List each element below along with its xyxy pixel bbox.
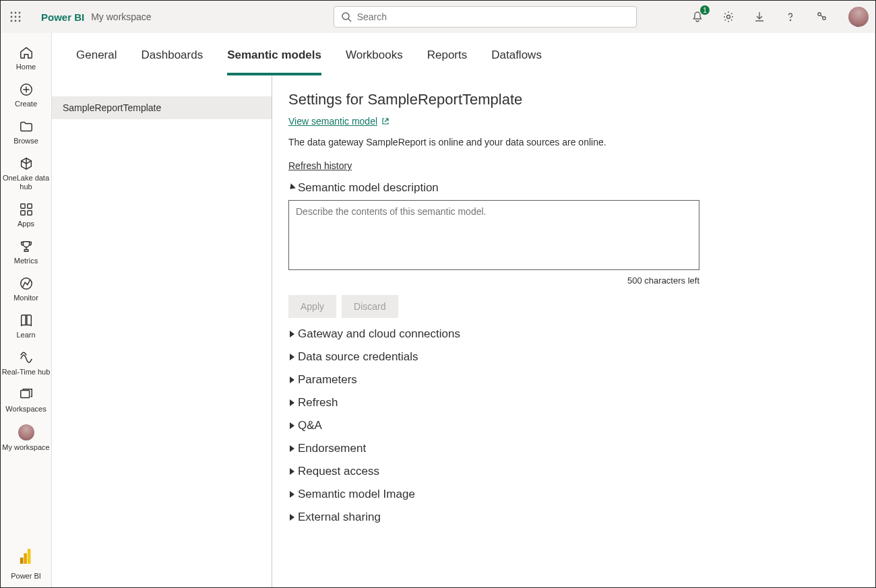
svg-rect-18 bbox=[20, 211, 24, 215]
tab-dataflows[interactable]: Dataflows bbox=[491, 48, 542, 75]
rail-workspaces[interactable]: Workspaces bbox=[1, 383, 51, 420]
apply-button[interactable]: Apply bbox=[288, 295, 336, 318]
svg-point-7 bbox=[15, 20, 17, 22]
settings-tabs: General Dashboards Semantic models Workb… bbox=[52, 33, 875, 76]
search-icon bbox=[341, 11, 352, 22]
user-avatar[interactable] bbox=[848, 7, 869, 27]
brand-label[interactable]: Power BI bbox=[41, 11, 84, 23]
powerbi-icon bbox=[19, 548, 34, 565]
svg-point-6 bbox=[11, 20, 13, 22]
rail-create[interactable]: Create bbox=[1, 78, 51, 115]
svg-point-1 bbox=[15, 12, 17, 14]
tab-dashboards[interactable]: Dashboards bbox=[141, 48, 203, 75]
monitor-icon bbox=[19, 276, 34, 291]
svg-point-0 bbox=[11, 12, 13, 14]
help-icon[interactable] bbox=[782, 9, 799, 25]
svg-point-11 bbox=[727, 15, 730, 19]
settings-panel: Settings for SampleReportTemplate View s… bbox=[272, 76, 875, 587]
section-external-sharing[interactable]: External sharing bbox=[288, 511, 855, 524]
rail-powerbi[interactable]: Power BI bbox=[1, 544, 51, 587]
chevron-right-icon bbox=[290, 354, 294, 360]
svg-rect-22 bbox=[27, 549, 30, 564]
trophy-icon bbox=[19, 239, 34, 254]
home-icon bbox=[19, 45, 34, 60]
tab-general[interactable]: General bbox=[76, 48, 117, 75]
rail-apps[interactable]: Apps bbox=[1, 198, 51, 235]
onelake-icon bbox=[19, 156, 34, 171]
section-image[interactable]: Semantic model Image bbox=[288, 488, 855, 501]
apps-icon bbox=[19, 202, 34, 217]
realtime-icon bbox=[19, 350, 34, 365]
svg-point-13 bbox=[818, 13, 821, 15]
section-endorsement[interactable]: Endorsement bbox=[288, 442, 855, 455]
section-qna[interactable]: Q&A bbox=[288, 419, 855, 432]
svg-point-2 bbox=[19, 12, 21, 14]
rail-onelake[interactable]: OneLake data hub bbox=[1, 152, 51, 198]
refresh-history-link[interactable]: Refresh history bbox=[288, 160, 352, 171]
list-item[interactable]: SampleReportTemplate bbox=[52, 96, 272, 119]
svg-point-5 bbox=[19, 16, 21, 18]
section-request-access[interactable]: Request access bbox=[288, 465, 855, 478]
rail-realtime[interactable]: Real-Time hub bbox=[1, 346, 51, 383]
svg-rect-23 bbox=[24, 553, 27, 564]
workspaces-icon bbox=[19, 387, 34, 402]
section-gateway[interactable]: Gateway and cloud connections bbox=[288, 327, 855, 341]
section-credentials[interactable]: Data source credentials bbox=[288, 350, 855, 364]
settings-icon[interactable] bbox=[720, 9, 737, 25]
tab-reports[interactable]: Reports bbox=[427, 48, 468, 75]
svg-rect-17 bbox=[27, 204, 31, 208]
nav-rail: Home Create Browse OneLake data hub Apps… bbox=[1, 33, 52, 587]
gateway-status: The data gateway SampleReport is online … bbox=[288, 137, 855, 148]
view-semantic-model-link[interactable]: View semantic model bbox=[288, 116, 389, 127]
app-launcher-icon[interactable] bbox=[7, 9, 24, 25]
svg-point-12 bbox=[790, 20, 790, 20]
svg-point-3 bbox=[11, 16, 13, 18]
notification-badge: 1 bbox=[700, 5, 710, 15]
chevron-right-icon bbox=[290, 377, 294, 383]
search-box[interactable] bbox=[334, 6, 637, 28]
svg-rect-21 bbox=[20, 391, 29, 398]
svg-rect-24 bbox=[20, 558, 23, 564]
discard-button[interactable]: Discard bbox=[342, 295, 398, 318]
search-input[interactable] bbox=[357, 11, 629, 22]
svg-point-14 bbox=[823, 17, 825, 20]
chevron-open-icon bbox=[287, 183, 295, 191]
svg-rect-16 bbox=[20, 204, 24, 208]
avatar-icon bbox=[18, 424, 34, 440]
chevron-right-icon bbox=[290, 331, 294, 337]
section-refresh[interactable]: Refresh bbox=[288, 396, 855, 410]
workspace-name[interactable]: My workspace bbox=[91, 11, 151, 22]
book-icon bbox=[19, 313, 34, 328]
description-textarea[interactable] bbox=[288, 200, 699, 270]
rail-home[interactable]: Home bbox=[1, 41, 51, 78]
folder-icon bbox=[19, 119, 34, 134]
chevron-right-icon bbox=[290, 445, 294, 452]
rail-metrics[interactable]: Metrics bbox=[1, 235, 51, 272]
section-description[interactable]: Semantic model description bbox=[288, 181, 855, 195]
rail-monitor[interactable]: Monitor bbox=[1, 272, 51, 309]
svg-point-4 bbox=[15, 16, 17, 18]
chevron-right-icon bbox=[290, 399, 294, 406]
char-counter: 500 characters left bbox=[288, 275, 699, 286]
rail-my-workspace[interactable]: My workspace bbox=[1, 420, 51, 459]
create-icon bbox=[19, 82, 34, 97]
tab-semantic-models[interactable]: Semantic models bbox=[227, 48, 321, 75]
chevron-right-icon bbox=[290, 491, 294, 498]
semantic-model-list: SampleReportTemplate bbox=[52, 76, 272, 587]
svg-line-10 bbox=[348, 19, 351, 22]
svg-point-8 bbox=[19, 20, 21, 22]
rail-browse[interactable]: Browse bbox=[1, 115, 51, 152]
chevron-right-icon bbox=[290, 514, 294, 521]
download-icon[interactable] bbox=[751, 9, 768, 25]
section-parameters[interactable]: Parameters bbox=[288, 373, 855, 387]
chevron-right-icon bbox=[290, 468, 294, 475]
external-link-icon bbox=[381, 117, 389, 125]
svg-rect-19 bbox=[27, 211, 31, 215]
notifications-icon[interactable]: 1 bbox=[689, 9, 706, 25]
svg-point-9 bbox=[342, 13, 349, 20]
chevron-right-icon bbox=[290, 422, 294, 429]
settings-title: Settings for SampleReportTemplate bbox=[288, 91, 855, 108]
feedback-icon[interactable] bbox=[813, 9, 830, 25]
rail-learn[interactable]: Learn bbox=[1, 309, 51, 346]
tab-workbooks[interactable]: Workbooks bbox=[346, 48, 403, 75]
